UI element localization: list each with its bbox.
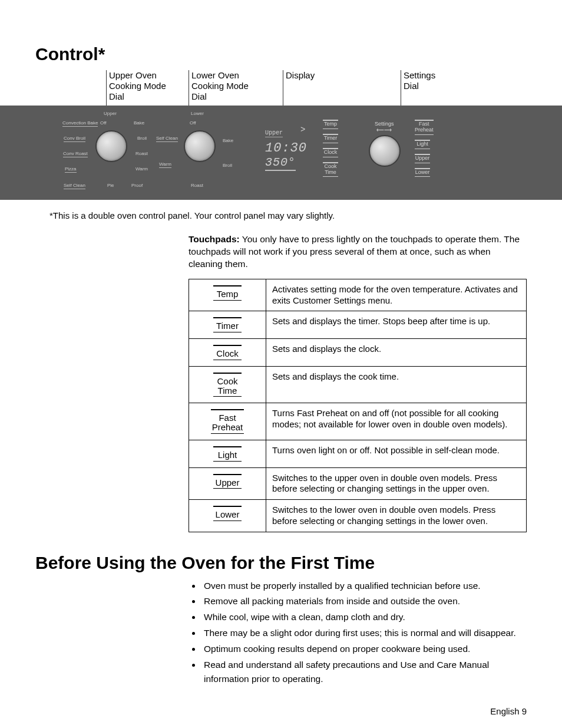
label-conv-roast: Conv Roast	[63, 151, 88, 157]
label-lower-top: Lower	[191, 111, 204, 116]
label-lower-off: Off	[190, 121, 196, 126]
label-broil: Broil	[137, 136, 147, 141]
table-row: TempActivates setting mode for the oven …	[189, 279, 527, 311]
touchpad-label-cell: Cook Time	[189, 366, 266, 403]
clock-button[interactable]: Clock	[323, 146, 338, 160]
list-item: Optimum cooking results depend on proper…	[201, 642, 527, 657]
label-upper: Upper	[104, 111, 117, 116]
table-row: ClockSets and displays the clock.	[189, 339, 527, 367]
panel-wrap: Upper Off Convection Bake Bake Conv Broi…	[0, 106, 562, 200]
label-conv-bake: Convection Bake	[62, 121, 98, 127]
label-roast: Roast	[135, 151, 148, 156]
touchpads-intro: Touchpads: You only have to press lightl…	[189, 233, 527, 271]
section-title: Control*	[0, 0, 562, 70]
control-panel: Upper Off Convection Bake Bake Conv Broi…	[0, 106, 562, 200]
lcd-display: Upper > 10:30 350°	[265, 127, 307, 171]
touchpad-label-cell: Lower	[189, 500, 266, 532]
touchpad-label: Lower	[213, 506, 242, 521]
touchpad-label-cell: Timer	[189, 311, 266, 339]
touchpad-table: TempActivates setting mode for the oven …	[189, 279, 527, 532]
label-lower-broil: Broil	[223, 163, 232, 168]
callout-display: Display	[283, 70, 315, 106]
callout-upper-dial: Upper Oven Cooking Mode Dial	[106, 70, 166, 106]
lcd-arrow-icon: >	[300, 125, 305, 134]
settings-label: Settings⟵⟶	[375, 121, 394, 133]
touchpad-label: Upper	[213, 474, 242, 489]
touchpad-label-cell: Clock	[189, 339, 266, 367]
table-row: TimerSets and displays the timer. Stops …	[189, 311, 527, 339]
list-item: Read and understand all safety precautio…	[201, 658, 527, 687]
page-footer: English 9	[490, 706, 527, 716]
list-item: Remove all packing materials from inside…	[201, 594, 527, 609]
upper-oven-dial[interactable]	[95, 130, 127, 162]
lower-button[interactable]: Lower	[415, 166, 434, 180]
label-pizza: Pizza	[65, 167, 77, 173]
touchpad-label-cell: Fast Preheat	[189, 403, 266, 440]
label-pie: Pie	[107, 183, 114, 188]
list-item: Oven must be properly installed by a qua…	[201, 579, 527, 594]
callout-lower-dial: Lower Oven Cooking Mode Dial	[189, 70, 249, 106]
list-item: While cool, wipe with a clean, damp clot…	[201, 610, 527, 625]
touchpad-desc: Turns Fast Preheat on and off (not possi…	[266, 403, 527, 440]
touchpad-label: Fast Preheat	[211, 409, 244, 434]
lcd-temp: 350°	[265, 156, 296, 171]
touchpad-desc: Sets and displays the timer. Stops beep …	[266, 311, 527, 339]
lcd-upper-indicator: Upper	[265, 130, 283, 137]
settings-dial[interactable]	[369, 135, 401, 167]
touchpad-label-cell: Light	[189, 440, 266, 467]
label-conv-broil: Conv Broil	[64, 136, 85, 142]
light-button[interactable]: Light	[415, 137, 434, 151]
touchpad-desc: Switches to the upper oven in double ove…	[266, 467, 527, 500]
table-row: Cook TimeSets and displays the cook time…	[189, 366, 527, 403]
touchpad-column-right: Fast Preheat Light Upper Lower	[415, 117, 434, 179]
touchpad-desc: Sets and displays the clock.	[266, 339, 527, 367]
label-bake: Bake	[134, 121, 144, 126]
temp-button[interactable]: Temp	[323, 117, 338, 131]
label-off: Off	[100, 121, 107, 126]
upper-button[interactable]: Upper	[415, 151, 434, 166]
label-proof: Proof	[131, 183, 143, 188]
lcd-time: 10:30	[265, 141, 307, 156]
callout-settings-dial: Settings Dial	[401, 70, 435, 106]
touchpad-label: Temp	[213, 285, 242, 301]
cook-time-button[interactable]: Cook Time	[323, 160, 338, 180]
first-use-list: Oven must be properly installed by a qua…	[189, 579, 527, 687]
callout-row: Upper Oven Cooking Mode Dial Lower Oven …	[0, 70, 562, 87]
touchpad-label-cell: Temp	[189, 279, 266, 311]
touchpad-label: Clock	[213, 345, 242, 360]
table-row: LightTurns oven light on or off. Not pos…	[189, 440, 527, 467]
section-before-using: Before Using the Oven for the First Time	[35, 553, 562, 573]
label-lower-roast: Roast	[191, 183, 203, 188]
label-warm: Warm	[135, 167, 148, 172]
touchpad-column-center: Temp Timer Clock Cook Time	[323, 117, 338, 179]
fast-preheat-button[interactable]: Fast Preheat	[415, 117, 434, 137]
touchpad-label-cell: Upper	[189, 467, 266, 500]
touchpad-desc: Switches to the lower oven in double ove…	[266, 500, 527, 532]
settings-arrows-icon: ⟵⟶	[376, 127, 392, 133]
touchpad-desc: Sets and displays the cook time.	[266, 366, 527, 403]
list-item: There may be a slight odor during first …	[201, 626, 527, 641]
label-self-clean: Self Clean	[64, 183, 85, 189]
footnote: *This is a double oven control panel. Yo…	[49, 210, 562, 220]
touchpad-desc: Turns oven light on or off. Not possible…	[266, 440, 527, 467]
touchpad-label: Cook Time	[213, 373, 242, 397]
label-warm-r: Warm	[159, 162, 171, 168]
touchpad-desc: Activates setting mode for the oven temp…	[266, 279, 527, 311]
table-row: LowerSwitches to the lower oven in doubl…	[189, 500, 527, 532]
lower-oven-dial[interactable]	[184, 130, 216, 162]
label-lower-bake: Bake	[223, 139, 233, 143]
label-self-clean-r: Self Clean	[156, 136, 178, 142]
table-row: Fast PreheatTurns Fast Preheat on and of…	[189, 403, 527, 440]
table-row: UpperSwitches to the upper oven in doubl…	[189, 467, 527, 500]
touchpad-label: Timer	[213, 317, 242, 332]
touchpad-label: Light	[213, 446, 242, 462]
timer-button[interactable]: Timer	[323, 131, 338, 146]
